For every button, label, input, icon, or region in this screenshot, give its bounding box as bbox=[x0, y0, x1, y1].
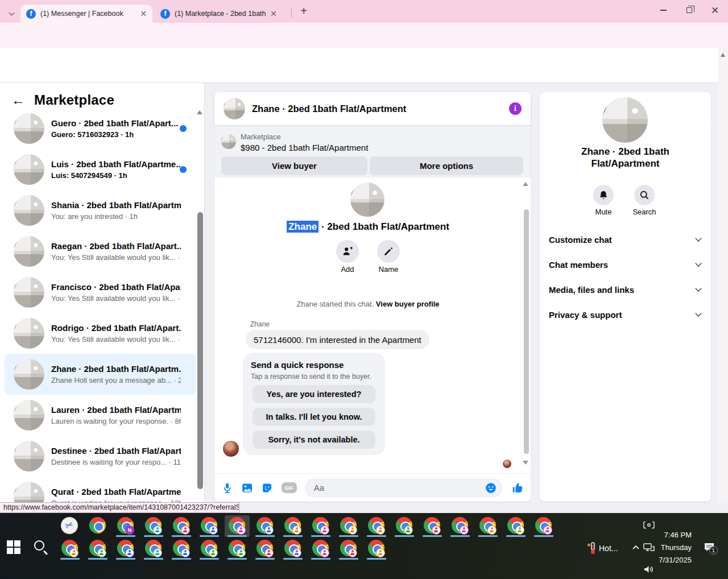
conversation-item[interactable]: Luis · 2bed 1bath Flat/Apartme...Luis: 5… bbox=[5, 149, 196, 190]
quick-response-option[interactable]: In talks. I'll let you know. bbox=[253, 408, 375, 426]
tab-search-chevron-icon[interactable] bbox=[8, 7, 17, 16]
messages-scroll-up-arrow[interactable] bbox=[523, 182, 528, 186]
like-thumb-icon[interactable] bbox=[511, 481, 524, 495]
conversation-item[interactable]: Lauren · 2bed 1bath Flat/Apartm...Lauren… bbox=[5, 395, 196, 436]
chrome-taskbar-icon[interactable] bbox=[169, 538, 194, 560]
tray-expand-chevron-icon[interactable] bbox=[631, 544, 640, 554]
messages-scrollbar-thumb[interactable] bbox=[524, 209, 529, 454]
chrome-taskbar-icon[interactable] bbox=[113, 538, 138, 560]
chrome-taskbar-icon[interactable] bbox=[531, 515, 556, 537]
chat-avatar[interactable] bbox=[224, 98, 245, 119]
view-buyer-profile-link[interactable]: View buyer profile bbox=[376, 300, 440, 308]
profile-badge-green bbox=[404, 526, 413, 535]
chrome-taskbar-icon[interactable] bbox=[253, 515, 278, 537]
conversation-info-icon[interactable]: i bbox=[509, 102, 522, 115]
chrome-taskbar-icon[interactable]: N bbox=[113, 515, 138, 537]
temperature-icon[interactable] bbox=[586, 541, 598, 557]
conversation-item[interactable]: Raegan · 2bed 1bath Flat/Apart...You: Ye… bbox=[5, 231, 196, 272]
snipping-tool-taskbar-icon[interactable]: ✂ bbox=[57, 515, 82, 537]
chrome-taskbar-icon[interactable] bbox=[57, 538, 82, 560]
conversation-avatar bbox=[14, 113, 44, 144]
details-section-chat-members[interactable]: Chat members bbox=[540, 252, 711, 277]
window-minimize-button[interactable] bbox=[650, 0, 676, 20]
chrome-taskbar-icon[interactable] bbox=[308, 538, 333, 560]
tray-time[interactable]: 7:46 PM bbox=[652, 531, 692, 539]
chrome-taskbar-icon[interactable] bbox=[141, 515, 166, 537]
details-avatar[interactable] bbox=[602, 97, 648, 143]
browser-tab-marketplace[interactable]: f (1) Marketplace - 2bed 1bath Fl ✕ bbox=[155, 5, 287, 23]
conversation-item[interactable]: Zhane · 2bed 1bath Flat/Apartm...Zhane H… bbox=[5, 354, 196, 395]
chrome-taskbar-icon[interactable] bbox=[392, 515, 417, 537]
gif-picker-icon[interactable]: GIF bbox=[282, 482, 297, 493]
details-section-media-files-and-links[interactable]: Media, files and links bbox=[540, 277, 711, 302]
messages-scroll-down-arrow[interactable] bbox=[523, 461, 528, 465]
message-input[interactable]: Aa bbox=[305, 478, 503, 498]
page-scroll-up-arrow[interactable] bbox=[721, 53, 725, 57]
conversation-item[interactable]: Qurat · 2bed 1bath Flat/Apartme...Qurat … bbox=[5, 477, 196, 503]
running-app-indicator bbox=[367, 558, 386, 560]
conversation-item[interactable]: Destinee · 2bed 1bath Flat/Apart...Desti… bbox=[5, 436, 196, 477]
chrome-taskbar-icon[interactable] bbox=[475, 515, 500, 537]
chrome-taskbar-icon[interactable] bbox=[141, 538, 166, 560]
emoji-picker-icon[interactable] bbox=[485, 482, 497, 494]
voice-clip-icon[interactable] bbox=[221, 482, 233, 494]
tab-close-icon[interactable]: ✕ bbox=[140, 9, 147, 18]
conversation-item[interactable]: Shania · 2bed 1bath Flat/Apartm...You: a… bbox=[5, 190, 196, 231]
edit-name-button[interactable] bbox=[377, 240, 400, 263]
chrome-taskbar-icon[interactable] bbox=[308, 515, 333, 537]
view-buyer-button[interactable]: View buyer bbox=[221, 156, 367, 175]
chrome-taskbar-icon[interactable] bbox=[169, 515, 194, 537]
mute-button[interactable] bbox=[593, 185, 614, 205]
chrome-taskbar-icon[interactable] bbox=[420, 515, 445, 537]
attach-image-icon[interactable] bbox=[241, 482, 253, 494]
tray-day[interactable]: Thursday bbox=[652, 543, 692, 552]
profile-avatar[interactable] bbox=[350, 183, 384, 217]
new-tab-button[interactable]: + bbox=[297, 5, 311, 18]
sticker-icon[interactable] bbox=[261, 482, 273, 494]
browser-tab-messenger[interactable]: f (1) Messenger | Facebook ✕ bbox=[20, 5, 152, 23]
chrome-logo-icon: N bbox=[117, 517, 134, 533]
sidebar-scroll-up-arrow[interactable] bbox=[197, 110, 202, 114]
tray-date[interactable]: 7/31/2025 bbox=[652, 556, 692, 564]
chrome-taskbar-icon[interactable] bbox=[364, 515, 389, 537]
conversation-item[interactable]: Rodrigo · 2bed 1bath Flat/Apart...You: Y… bbox=[5, 313, 196, 354]
message-bubble[interactable]: 5712146000. I'm interested in the Apartm… bbox=[246, 330, 429, 349]
chrome-taskbar-icon[interactable] bbox=[336, 515, 361, 537]
back-arrow-icon[interactable]: ← bbox=[11, 92, 25, 108]
more-options-button[interactable]: More options bbox=[370, 156, 523, 175]
taskbar-search-icon[interactable] bbox=[33, 539, 50, 556]
chrome-taskbar-icon[interactable] bbox=[253, 538, 278, 560]
chrome-taskbar-icon[interactable] bbox=[225, 538, 250, 560]
chrome-taskbar-icon[interactable] bbox=[197, 515, 222, 537]
chrome-taskbar-icon[interactable] bbox=[364, 538, 389, 560]
volume-tray-icon[interactable] bbox=[643, 564, 655, 577]
quick-response-option[interactable]: Yes, are you interested? bbox=[253, 385, 375, 403]
conversation-item[interactable]: Guero · 2bed 1bath Flat/Apart...Guero: 5… bbox=[5, 108, 196, 149]
conversation-item[interactable]: Francisco · 2bed 1bath Flat/Apar...You: … bbox=[5, 272, 196, 313]
chrome-taskbar-icon[interactable] bbox=[336, 538, 361, 560]
chrome-taskbar-icon[interactable] bbox=[197, 538, 222, 560]
quick-response-option[interactable]: Sorry, it's not available. bbox=[253, 431, 375, 449]
chrome-taskbar-icon[interactable] bbox=[280, 515, 305, 537]
window-close-button[interactable]: ✕ bbox=[702, 0, 728, 20]
tab-close-icon[interactable]: ✕ bbox=[270, 9, 277, 18]
chrome-taskbar-icon[interactable] bbox=[85, 515, 110, 537]
start-button[interactable] bbox=[7, 540, 22, 555]
profile-badge-blue bbox=[209, 526, 218, 535]
chrome-taskbar-icon[interactable] bbox=[280, 538, 305, 560]
chrome-taskbar-icon[interactable] bbox=[85, 538, 110, 560]
chrome-taskbar-icon[interactable] bbox=[503, 515, 528, 537]
window-restore-button[interactable] bbox=[676, 0, 702, 20]
details-section-customize-chat[interactable]: Customize chat bbox=[540, 227, 711, 252]
page-scrollbar[interactable] bbox=[718, 48, 728, 503]
search-in-chat-button[interactable] bbox=[634, 185, 655, 205]
chrome-taskbar-icon[interactable] bbox=[448, 515, 473, 537]
running-app-indicator bbox=[311, 558, 330, 560]
sidebar-scrollbar-thumb[interactable] bbox=[197, 212, 203, 489]
details-section-privacy-support[interactable]: Privacy & support bbox=[540, 302, 711, 327]
chrome-logo-icon bbox=[535, 517, 552, 533]
chrome-taskbar-icon[interactable] bbox=[225, 515, 250, 537]
add-member-button[interactable] bbox=[336, 240, 359, 263]
mute-bell-icon bbox=[598, 189, 609, 201]
weather-label[interactable]: Hot... bbox=[599, 544, 618, 553]
